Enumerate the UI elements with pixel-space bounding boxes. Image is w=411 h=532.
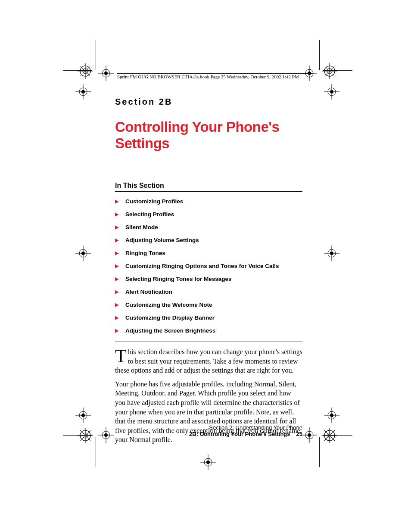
crosshair-icon bbox=[302, 427, 317, 443]
crosshair-icon bbox=[75, 246, 91, 261]
crosshair-icon bbox=[98, 427, 114, 443]
triangle-bullet-icon: ▶ bbox=[115, 315, 118, 320]
crosshair-icon bbox=[75, 408, 91, 423]
triangle-bullet-icon: ▶ bbox=[115, 237, 118, 243]
toc-item-label: Adjusting Volume Settings bbox=[125, 237, 199, 243]
registration-mark-icon bbox=[77, 62, 94, 80]
triangle-bullet-icon: ▶ bbox=[115, 212, 118, 217]
crosshair-icon bbox=[324, 408, 339, 423]
footer: Section 2: Understanding Your Phone 2B: … bbox=[115, 424, 302, 437]
running-header-text: Sprint FM OUG NO BROWSER CTIA-3a.book Pa… bbox=[117, 74, 299, 79]
content-area: Section 2B Controlling Your Phone's Sett… bbox=[115, 97, 302, 449]
toc-item: ▶Customizing the Display Banner bbox=[115, 314, 302, 321]
running-header: Sprint FM OUG NO BROWSER CTIA-3a.book Pa… bbox=[117, 73, 313, 79]
crosshair-icon bbox=[98, 65, 114, 81]
toc-item: ▶Selecting Profiles bbox=[115, 211, 302, 218]
page-title: Controlling Your Phone's Settings bbox=[115, 119, 302, 152]
crosshair-icon bbox=[324, 246, 339, 261]
toc-item-label: Customizing the Welcome Note bbox=[125, 302, 212, 308]
toc-item-label: Adjusting the Screen Brightness bbox=[125, 327, 215, 334]
subhead: In This Section bbox=[115, 182, 302, 192]
toc-item: ▶Customizing the Welcome Note bbox=[115, 302, 302, 308]
toc-item: ▶Selecting Ringing Tones for Messages bbox=[115, 276, 302, 282]
footer-section: Section 2: Understanding Your Phone bbox=[115, 424, 302, 431]
triangle-bullet-icon: ▶ bbox=[115, 302, 118, 308]
toc-item-label: Alert Notification bbox=[125, 289, 172, 295]
section-label: Section 2B bbox=[115, 97, 302, 107]
triangle-bullet-icon: ▶ bbox=[115, 276, 118, 282]
dropcap: T bbox=[115, 347, 128, 364]
footer-subsection: 2B: Controlling Your Phone's Settings25 bbox=[115, 431, 302, 437]
toc-item: ▶Customizing Ringing Options and Tones f… bbox=[115, 263, 302, 269]
horizontal-rule bbox=[115, 342, 302, 342]
crosshair-icon bbox=[75, 84, 91, 100]
toc-item-label: Customizing the Display Banner bbox=[125, 314, 215, 321]
toc-item: ▶Ringing Tones bbox=[115, 250, 302, 256]
toc-item: ▶Alert Notification bbox=[115, 289, 302, 295]
triangle-bullet-icon: ▶ bbox=[115, 199, 118, 204]
toc-item: ▶Customizing Profiles bbox=[115, 198, 302, 205]
triangle-bullet-icon: ▶ bbox=[115, 263, 118, 269]
toc-item-label: Silent Mode bbox=[125, 224, 158, 230]
toc-item-label: Customizing Profiles bbox=[125, 198, 183, 205]
page: Sprint FM OUG NO BROWSER CTIA-3a.book Pa… bbox=[0, 0, 411, 532]
toc-item-label: Ringing Tones bbox=[125, 250, 165, 256]
toc-item-label: Selecting Profiles bbox=[125, 211, 174, 218]
registration-mark-icon bbox=[321, 62, 338, 80]
crosshair-icon bbox=[200, 454, 216, 470]
triangle-bullet-icon: ▶ bbox=[115, 289, 118, 295]
triangle-bullet-icon: ▶ bbox=[115, 328, 118, 333]
registration-mark-icon bbox=[77, 427, 94, 444]
toc-item-label: Customizing Ringing Options and Tones fo… bbox=[125, 263, 279, 269]
toc-item: ▶Silent Mode bbox=[115, 224, 302, 230]
triangle-bullet-icon: ▶ bbox=[115, 224, 118, 230]
triangle-bullet-icon: ▶ bbox=[115, 250, 118, 256]
toc-item: ▶Adjusting Volume Settings bbox=[115, 237, 302, 243]
paragraph-text: his section describes how you can change… bbox=[115, 348, 302, 374]
registration-mark-icon bbox=[321, 427, 338, 444]
paragraph: This section describes how you can chang… bbox=[115, 347, 302, 375]
footer-subsection-text: 2B: Controlling Your Phone's Settings bbox=[189, 431, 290, 437]
page-number: 25 bbox=[296, 431, 302, 437]
toc-item-label: Selecting Ringing Tones for Messages bbox=[125, 276, 232, 282]
toc-item: ▶Adjusting the Screen Brightness bbox=[115, 327, 302, 334]
toc-list: ▶Customizing Profiles ▶Selecting Profile… bbox=[115, 198, 302, 334]
crosshair-icon bbox=[324, 84, 339, 100]
